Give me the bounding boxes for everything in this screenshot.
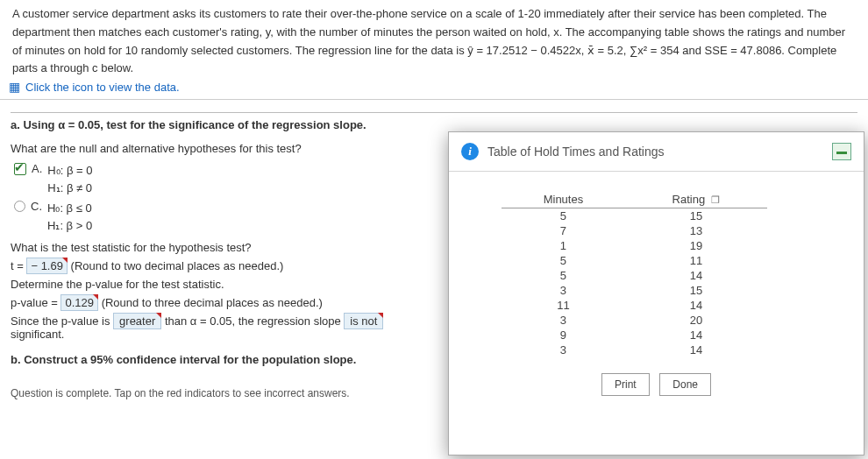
tstat-question: What is the test statistic for the hypot… [11, 241, 423, 254]
hypothesis-choices: A. H₀: β = 0 H₁: β ≠ 0 C. H₀: β ≤ 0 H₁: … [14, 162, 423, 234]
compare-dropdown[interactable]: greater [113, 313, 161, 329]
choice-label: C. [31, 200, 42, 213]
data-table: Minutes Rating ❐ 51571311951151431511143… [502, 191, 767, 357]
col-rating: Rating ❐ [625, 191, 767, 208]
tstat-input[interactable]: − 1.69 [26, 258, 68, 274]
choice-a[interactable]: A. H₀: β = 0 H₁: β ≠ 0 [14, 162, 423, 196]
modal-header: i Table of Hold Times and Ratings [449, 132, 864, 172]
modal-footer: Print Done [449, 364, 864, 405]
pvalue-line: p-value = 0.129 (Round to three decimal … [11, 296, 423, 309]
done-button[interactable]: Done [659, 373, 711, 396]
tstat-line: t = − 1.69 (Round to two decimal places … [11, 259, 423, 272]
minimize-button[interactable] [832, 143, 851, 160]
hypothesis-question: What are the null and alternative hypoth… [11, 142, 423, 155]
print-button[interactable]: Print [601, 373, 650, 396]
col-minutes: Minutes [502, 191, 625, 208]
divider [11, 112, 857, 113]
radio-checked-icon [14, 163, 26, 175]
prompt-line: of minutes on hold for 10 randomly selec… [9, 42, 859, 60]
table-row: 515 [502, 208, 767, 224]
info-icon: i [461, 143, 479, 160]
view-data-link[interactable]: ▦ Click the icon to view the data. [9, 80, 180, 94]
table-row: 713 [502, 223, 767, 238]
table-row: 320 [502, 313, 767, 328]
table-row: 514 [502, 268, 767, 283]
conclusion-line: Since the p-value is greater than α = 0.… [11, 314, 423, 341]
copy-icon[interactable]: ❐ [711, 194, 720, 205]
data-table-modal: i Table of Hold Times and Ratings Minute… [448, 131, 864, 455]
radio-unchecked-icon [14, 201, 25, 212]
choice-c[interactable]: C. H₀: β ≤ 0 H₁: β > 0 [14, 200, 423, 234]
table-row: 315 [502, 283, 767, 298]
pvalue-input[interactable]: 0.129 [60, 294, 98, 311]
incorrect-indicator-icon [62, 258, 68, 263]
modal-body: Minutes Rating ❐ 51571311951151431511143… [449, 172, 864, 364]
significance-dropdown[interactable]: is not [344, 313, 383, 329]
table-row: 1114 [502, 298, 767, 313]
table-row: 511 [502, 253, 767, 268]
table-row: 314 [502, 342, 767, 357]
pvalue-question: Determine the p-value for the test stati… [11, 278, 423, 291]
table-row: 914 [502, 328, 767, 342]
choice-label: A. [32, 162, 42, 175]
choice-content: H₀: β = 0 H₁: β ≠ 0 [47, 162, 92, 196]
data-table-icon: ▦ [9, 80, 20, 94]
prompt-section: A customer service department asks its c… [0, 0, 868, 100]
part-b-title: b. Construct a 95% confidence interval f… [11, 353, 423, 366]
table-row: 119 [502, 238, 767, 253]
prompt-line: A customer service department asks its c… [9, 5, 859, 24]
incorrect-indicator-icon [378, 313, 383, 318]
modal-title: Table of Hold Times and Ratings [487, 145, 665, 159]
view-data-text: Click the icon to view the data. [25, 81, 180, 94]
choice-content: H₀: β ≤ 0 H₁: β > 0 [47, 200, 92, 234]
part-a-title: a. Using α = 0.05, test for the signific… [11, 118, 857, 131]
prompt-line: department then matches each customer's … [9, 24, 859, 42]
prompt-line: parts a through c below. [9, 60, 859, 78]
incorrect-indicator-icon [156, 313, 161, 318]
incorrect-indicator-icon [93, 294, 98, 300]
